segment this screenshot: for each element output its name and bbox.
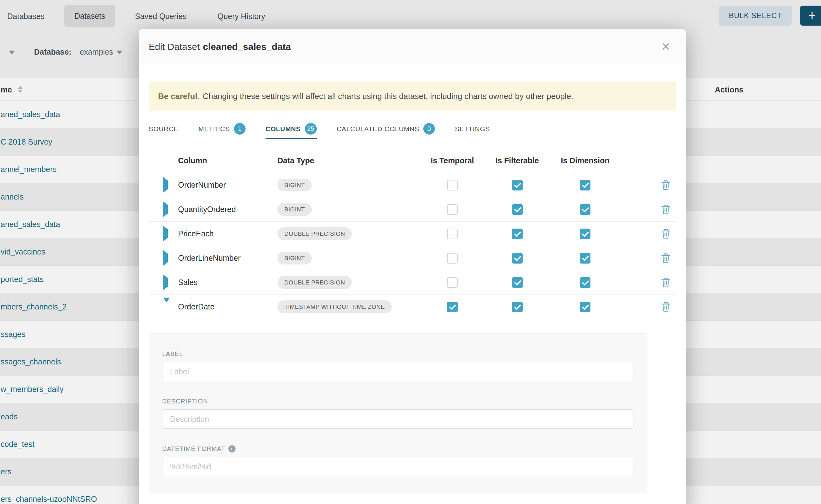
- column-row: OrderLineNumber BIGINT: [149, 246, 676, 270]
- column-name: OrderNumber: [178, 180, 277, 190]
- column-name: OrderDate: [178, 302, 277, 311]
- data-type-pill: BIGINT: [277, 252, 312, 264]
- tab-calculated-columns[interactable]: CALCULATED COLUMNS 0: [337, 119, 435, 139]
- modal-tabs: SOURCE METRICS 1 COLUMNS 25 CALCULATED C…: [149, 119, 676, 139]
- header-is-temporal: Is Temporal: [421, 156, 484, 165]
- data-type-pill: BIGINT: [277, 179, 312, 191]
- data-type-pill: BIGINT: [277, 203, 312, 216]
- metrics-count-badge: 1: [234, 123, 245, 135]
- delete-column-button[interactable]: [661, 229, 670, 239]
- column-row: QuantityOrdered BIGINT: [149, 197, 676, 222]
- description-field-group: DESCRIPTION: [162, 398, 634, 429]
- is-filterable-checkbox[interactable]: [512, 302, 523, 312]
- expand-caret-icon[interactable]: [163, 201, 168, 217]
- delete-column-button[interactable]: [661, 302, 670, 312]
- datetime-format-field-label: DATETIME FORMAT: [162, 445, 225, 452]
- label-input[interactable]: [162, 362, 634, 381]
- is-filterable-checkbox[interactable]: [512, 277, 523, 288]
- is-filterable-checkbox[interactable]: [512, 253, 523, 264]
- modal-header: Edit Datasetcleaned_sales_data ✕: [139, 29, 686, 64]
- column-name: QuantityOrdered: [178, 205, 277, 214]
- delete-column-button[interactable]: [661, 277, 670, 288]
- tab-source[interactable]: SOURCE: [149, 119, 178, 139]
- is-dimension-checkbox[interactable]: [580, 302, 591, 312]
- tab-label: METRICS: [198, 125, 230, 133]
- header-is-filterable: Is Filterable: [484, 156, 551, 165]
- tab-columns[interactable]: COLUMNS 25: [265, 119, 317, 139]
- warning-bold-text: Be careful.: [158, 91, 200, 101]
- is-temporal-checkbox[interactable]: [447, 204, 458, 215]
- delete-column-button[interactable]: [661, 180, 670, 190]
- columns-table-header: Column Data Type Is Temporal Is Filterab…: [149, 149, 676, 173]
- is-temporal-checkbox[interactable]: [447, 253, 458, 264]
- is-dimension-checkbox[interactable]: [580, 277, 591, 288]
- tab-settings[interactable]: SETTINGS: [455, 119, 490, 139]
- column-row: Sales DOUBLE PRECISION: [149, 270, 676, 295]
- is-dimension-checkbox[interactable]: [580, 180, 591, 190]
- column-row: OrderDate TIMESTAMP WITHOUT TIME ZONE: [149, 295, 676, 319]
- tab-label: CALCULATED COLUMNS: [337, 125, 419, 133]
- column-name: OrderLineNumber: [178, 254, 277, 263]
- expand-caret-icon[interactable]: [163, 250, 168, 266]
- column-row: PriceEach DOUBLE PRECISION: [149, 222, 676, 246]
- columns-table: Column Data Type Is Temporal Is Filterab…: [149, 149, 676, 319]
- delete-column-button[interactable]: [661, 204, 670, 215]
- tab-metrics[interactable]: METRICS 1: [198, 119, 245, 139]
- is-temporal-checkbox[interactable]: [447, 277, 458, 288]
- header-is-dimension: Is Dimension: [551, 156, 620, 165]
- column-name: PriceEach: [178, 229, 277, 238]
- is-temporal-checkbox[interactable]: [447, 180, 458, 190]
- datetime-format-input[interactable]: [162, 457, 634, 476]
- column-name: Sales: [178, 278, 277, 287]
- description-field-label: DESCRIPTION: [162, 398, 634, 405]
- columns-count-badge: 25: [305, 123, 317, 135]
- expand-caret-icon[interactable]: [163, 226, 168, 241]
- is-filterable-checkbox[interactable]: [512, 204, 523, 215]
- is-temporal-checkbox[interactable]: [447, 302, 458, 312]
- warning-banner: Be careful. Changing these settings will…: [149, 82, 676, 111]
- tab-label: SOURCE: [149, 125, 178, 133]
- expand-caret-icon[interactable]: [163, 177, 168, 193]
- column-row: OrderNumber BIGINT: [149, 173, 676, 197]
- label-field-group: LABEL: [162, 350, 634, 381]
- is-filterable-checkbox[interactable]: [512, 180, 523, 190]
- data-type-pill: TIMESTAMP WITHOUT TIME ZONE: [277, 300, 392, 313]
- header-column: Column: [178, 156, 277, 165]
- is-dimension-checkbox[interactable]: [580, 204, 591, 215]
- modal-title: Edit Datasetcleaned_sales_data: [149, 42, 291, 52]
- is-dimension-checkbox[interactable]: [580, 229, 591, 239]
- datetime-format-field-group: DATETIME FORMAT i: [162, 445, 634, 476]
- tab-label: SETTINGS: [455, 125, 490, 133]
- header-data-type: Data Type: [277, 156, 421, 165]
- expand-caret-icon[interactable]: [163, 274, 168, 290]
- modal-title-dataset-name: cleaned_sales_data: [203, 42, 291, 52]
- info-icon[interactable]: i: [228, 445, 235, 452]
- is-temporal-checkbox[interactable]: [447, 229, 458, 239]
- column-detail-panel: LABEL DESCRIPTION DATETIME FORMAT i: [149, 334, 647, 493]
- warning-text: Changing these settings will affect all …: [203, 91, 573, 101]
- collapse-caret-icon[interactable]: [163, 298, 170, 311]
- description-input[interactable]: [162, 409, 634, 429]
- data-type-pill: DOUBLE PRECISION: [277, 276, 352, 289]
- data-type-pill: DOUBLE PRECISION: [277, 227, 352, 240]
- edit-dataset-modal: Edit Datasetcleaned_sales_data ✕ Be care…: [139, 29, 686, 504]
- is-filterable-checkbox[interactable]: [512, 229, 523, 239]
- label-field-label: LABEL: [162, 350, 634, 358]
- close-icon[interactable]: ✕: [659, 41, 672, 53]
- tab-label: COLUMNS: [265, 125, 300, 133]
- calculated-columns-count-badge: 0: [423, 123, 435, 135]
- modal-title-prefix: Edit Dataset: [149, 42, 200, 52]
- delete-column-button[interactable]: [661, 253, 670, 263]
- is-dimension-checkbox[interactable]: [580, 253, 591, 264]
